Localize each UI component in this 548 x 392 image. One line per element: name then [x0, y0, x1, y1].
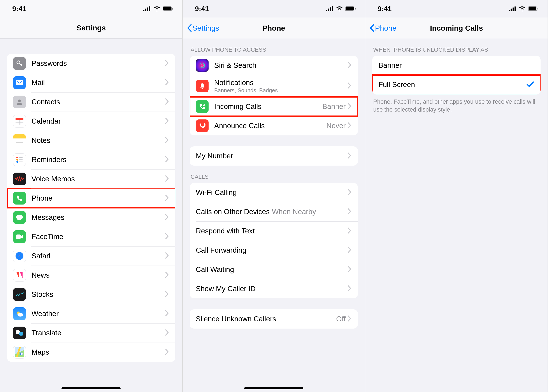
nav-title: Settings: [76, 24, 106, 32]
chevron-left-icon: [187, 24, 192, 32]
svg-point-7: [17, 61, 20, 64]
svg-rect-1: [145, 8, 146, 11]
row-announce-calls[interactable]: Announce Calls Never: [190, 116, 358, 135]
chevron-left-icon: [369, 24, 374, 32]
row-label: Call Forwarding: [196, 246, 348, 254]
status-time: 9:41: [195, 5, 209, 13]
row-label: Safari: [31, 252, 165, 260]
phone-icon: [13, 192, 26, 204]
facetime-icon: [13, 230, 26, 243]
calls-list: Wi-Fi Calling Calls on Other Devices Whe…: [190, 183, 358, 298]
option-full-screen[interactable]: Full Screen: [372, 75, 541, 94]
row-calls-other-devices[interactable]: Calls on Other Devices When Nearby: [190, 202, 358, 221]
chevron-icon: [348, 208, 351, 215]
status-bar: 9:41: [183, 0, 365, 17]
chevron-icon: [348, 83, 351, 90]
cellular-icon: [326, 6, 334, 11]
cellular-icon: [509, 6, 517, 11]
row-notes[interactable]: Notes: [7, 131, 175, 150]
chevron-icon: [348, 62, 351, 69]
row-respond-with-text[interactable]: Respond with Text: [190, 221, 358, 241]
contact-icon: [13, 96, 26, 108]
row-silence-unknown[interactable]: Silence Unknown Callers Off: [190, 309, 358, 329]
row-weather[interactable]: Weather: [7, 304, 175, 323]
check-icon: [527, 81, 534, 88]
chevron-icon: [165, 233, 169, 240]
row-news[interactable]: News: [7, 266, 175, 285]
wifi-icon: [519, 6, 526, 11]
row-wifi-calling[interactable]: Wi-Fi Calling: [190, 183, 358, 202]
row-incoming-calls[interactable]: Incoming Calls Banner: [190, 97, 358, 116]
row-mail[interactable]: Mail: [7, 73, 175, 92]
row-messages[interactable]: Messages: [7, 208, 175, 227]
row-label: Notes: [31, 136, 165, 145]
chevron-icon: [348, 285, 351, 292]
siri-icon: [196, 59, 209, 72]
status-icons: [326, 6, 356, 11]
row-show-caller-id[interactable]: Show My Caller ID: [190, 279, 358, 298]
nav-title: Incoming Calls: [430, 24, 483, 32]
back-button[interactable]: Phone: [369, 24, 396, 32]
svg-point-25: [16, 161, 18, 163]
row-my-number[interactable]: My Number: [190, 146, 358, 166]
back-button[interactable]: Settings: [187, 24, 219, 32]
chevron-icon: [348, 315, 351, 322]
row-sublabel: Banners, Sounds, Badges: [214, 87, 348, 94]
row-voice-memos[interactable]: Voice Memos: [7, 169, 175, 189]
option-banner[interactable]: Banner: [372, 56, 541, 75]
display-options-list: Banner Full Screen: [372, 56, 541, 94]
svg-rect-47: [509, 10, 510, 11]
chevron-icon: [348, 153, 351, 160]
status-bar: 9:41: [0, 0, 182, 17]
row-label: Calendar: [31, 117, 165, 125]
row-facetime[interactable]: FaceTime: [7, 227, 175, 246]
row-passwords[interactable]: Passwords: [7, 54, 175, 73]
row-reminders[interactable]: Reminders: [7, 150, 175, 169]
svg-rect-40: [332, 6, 333, 11]
svg-rect-37: [326, 10, 327, 11]
chevron-icon: [348, 266, 351, 273]
row-stocks[interactable]: Stocks: [7, 285, 175, 304]
row-notifications[interactable]: Notifications Banners, Sounds, Badges: [190, 75, 358, 97]
battery-icon: [345, 6, 356, 11]
group-header-calls: CALLS: [183, 166, 365, 183]
incoming-calls-screen: 9:41 Phone Incoming Calls WHEN IPHONE IS…: [365, 0, 548, 392]
row-phone[interactable]: Phone: [7, 189, 175, 208]
row-call-waiting[interactable]: Call Waiting: [190, 260, 358, 279]
settings-list: Passwords Mail Contacts Calendar Notes: [7, 54, 175, 362]
option-label: Full Screen: [378, 81, 527, 89]
svg-rect-10: [15, 118, 23, 120]
svg-rect-29: [16, 235, 21, 239]
chevron-icon: [165, 195, 169, 202]
row-contacts[interactable]: Contacts: [7, 92, 175, 112]
nav-bar: Settings Phone: [183, 17, 365, 39]
reminders-icon: [13, 153, 26, 166]
svg-rect-6: [172, 8, 173, 10]
row-label: Contacts: [31, 98, 165, 106]
row-safari[interactable]: Safari: [7, 246, 175, 266]
svg-rect-2: [147, 7, 148, 11]
notes-icon: [13, 134, 26, 147]
chevron-icon: [348, 122, 351, 129]
row-siri-search[interactable]: Siri & Search: [190, 56, 358, 75]
cellular-icon: [143, 6, 151, 11]
row-call-forwarding[interactable]: Call Forwarding: [190, 241, 358, 260]
chevron-icon: [348, 189, 351, 196]
row-label: Call Waiting: [196, 265, 348, 274]
svg-point-24: [16, 159, 18, 161]
wifi-icon: [336, 6, 343, 11]
nav-bar: Settings: [0, 17, 182, 39]
row-value: Never: [326, 122, 346, 130]
row-label: Messages: [31, 213, 165, 222]
my-number-list: My Number: [190, 146, 358, 166]
chevron-icon: [348, 227, 351, 235]
row-label: Wi-Fi Calling: [196, 188, 348, 197]
svg-point-23: [16, 157, 18, 158]
home-indicator: [62, 387, 121, 389]
row-translate[interactable]: Translate: [7, 323, 175, 343]
nav-title: Phone: [262, 24, 285, 32]
row-calendar[interactable]: Calendar: [7, 112, 175, 131]
status-icons: [509, 6, 539, 11]
svg-rect-43: [355, 8, 356, 10]
row-maps[interactable]: Maps: [7, 343, 175, 362]
